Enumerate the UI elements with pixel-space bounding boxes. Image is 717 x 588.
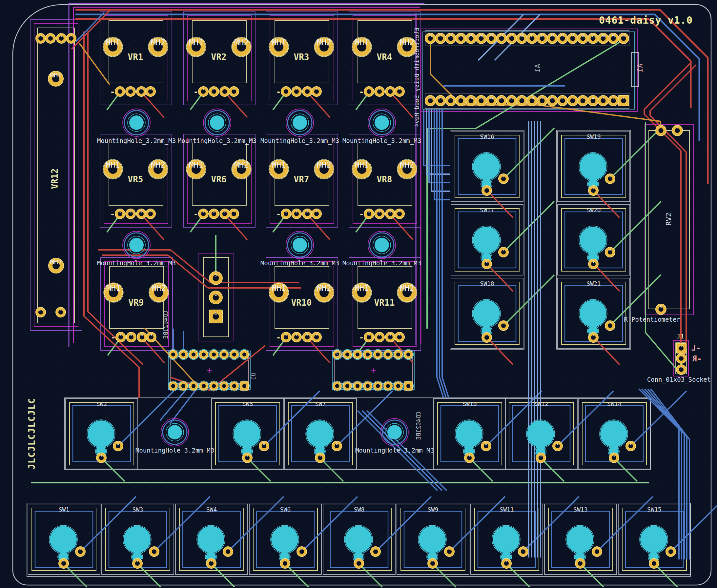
pad[interactable]: 4 (395, 332, 404, 342)
pad[interactable] (178, 381, 189, 391)
pad[interactable]: 30 (516, 33, 527, 44)
pad[interactable]: 1 (242, 453, 252, 463)
fp-SW10-pads[interactable]: 12SW10 (455, 400, 491, 463)
fp-SW8-pads[interactable]: 12SW8 (344, 506, 380, 568)
pad[interactable]: 1 (115, 209, 125, 219)
fp-SW16-pads[interactable]: 12SW16 (472, 133, 508, 195)
pad[interactable]: 1 (364, 87, 374, 97)
pad[interactable]: 3 (136, 209, 146, 219)
pad[interactable] (178, 350, 189, 360)
pad[interactable]: 16 (466, 96, 476, 106)
fp-SW2-pads[interactable]: 12SW2 (87, 400, 123, 463)
pad[interactable] (209, 381, 219, 391)
pad[interactable] (353, 350, 363, 360)
pad[interactable]: 1 (59, 559, 68, 568)
pad[interactable]: 4 (395, 209, 404, 219)
pad[interactable]: L1 (36, 34, 46, 43)
pad[interactable]: 2 (553, 441, 563, 451)
pad[interactable]: L2 (46, 34, 56, 43)
pad[interactable]: 2 (297, 547, 307, 556)
pad[interactable]: 4 (146, 87, 155, 97)
pad[interactable]: 1 (132, 559, 142, 568)
fp-VR1-pads[interactable]: MH1MH2VR11234- (103, 37, 168, 97)
pad[interactable] (383, 350, 393, 360)
pad[interactable]: 1 (676, 343, 686, 353)
pad[interactable]: 1 (464, 453, 474, 463)
pad[interactable]: 1 (656, 125, 666, 136)
pad[interactable]: L3 (36, 307, 46, 317)
pad[interactable]: 4 (146, 332, 156, 342)
pad[interactable]: 3 (385, 209, 395, 219)
pad[interactable]: 15 (476, 96, 486, 106)
pad[interactable]: 2 (259, 441, 269, 451)
pad[interactable]: 1 (588, 333, 598, 342)
pad[interactable]: 2 (76, 547, 85, 556)
pad[interactable]: 2 (676, 354, 686, 363)
pad[interactable]: 2 (608, 96, 618, 106)
pad[interactable]: 2 (292, 209, 301, 219)
pad[interactable]: 18 (445, 96, 456, 106)
pad[interactable]: 2 (375, 87, 384, 97)
fp-SW7-pads[interactable]: 12SW7 (306, 400, 342, 463)
pad[interactable]: 1 (364, 209, 374, 219)
pad[interactable] (229, 350, 239, 360)
pad[interactable]: 3 (302, 209, 312, 219)
pad[interactable]: 2 (113, 441, 123, 451)
pad[interactable]: 2 (672, 125, 682, 136)
pad[interactable]: 1 (428, 559, 438, 568)
pad[interactable]: 2 (149, 547, 159, 556)
fp-SW4-pads[interactable]: 12SW4 (197, 506, 233, 568)
pad[interactable]: 1 (198, 87, 208, 97)
pad[interactable]: 8 (547, 96, 557, 106)
pad[interactable]: 1 (206, 559, 216, 568)
trace[interactable] (671, 497, 717, 552)
pad[interactable]: 11 (516, 96, 527, 106)
fp-VR2-pads[interactable]: MH1MH2VR21234- (186, 37, 251, 97)
pad[interactable] (219, 381, 229, 391)
pad[interactable]: 5 (577, 96, 588, 106)
pad[interactable]: 1 (502, 559, 511, 568)
pad[interactable]: 17 (456, 96, 466, 106)
fp-conn3-pads[interactable]: 321 (209, 272, 223, 323)
pad[interactable]: 3 (598, 96, 608, 106)
pad[interactable]: 12 (506, 96, 517, 106)
pad[interactable] (219, 350, 229, 360)
pad[interactable]: 2 (444, 547, 454, 556)
pad[interactable] (342, 381, 353, 391)
pad[interactable] (199, 381, 209, 391)
pad[interactable]: 1 (315, 453, 325, 463)
pad[interactable]: 2 (66, 34, 76, 43)
pad[interactable]: 32 (537, 33, 547, 44)
pad[interactable]: 35 (567, 33, 578, 44)
pad[interactable]: 23 (445, 33, 456, 44)
pad[interactable]: 21 (425, 33, 436, 44)
trace[interactable] (430, 40, 660, 129)
pad[interactable]: 3 (220, 209, 230, 219)
fp-VR4-pads[interactable]: MH1MH2VR41234- (352, 37, 417, 97)
trace[interactable] (118, 391, 174, 446)
pad[interactable]: 1 (588, 186, 598, 195)
pad[interactable]: 1 (364, 332, 374, 342)
fp-SW15-pads[interactable]: 12SW15 (639, 506, 676, 568)
pad[interactable]: 3 (220, 87, 230, 97)
pad[interactable]: 2 (223, 547, 233, 556)
pad[interactable]: 4 (395, 87, 404, 97)
pad[interactable]: 4 (229, 209, 239, 219)
pad[interactable]: 3 (209, 272, 223, 285)
pad[interactable]: 19 (435, 96, 446, 106)
pad[interactable]: 3 (136, 87, 146, 97)
fp-VR10-pads[interactable]: MH1MH2VR101234- (269, 283, 334, 342)
trace[interactable] (644, 62, 691, 346)
pad[interactable] (373, 381, 383, 391)
pad[interactable]: 27 (486, 33, 497, 44)
pad[interactable] (353, 381, 363, 391)
pad[interactable]: 1 (482, 186, 492, 195)
fp-VR6-pads[interactable]: MH1MH2VR61234- (186, 160, 251, 219)
pad[interactable] (199, 350, 209, 360)
pad[interactable]: 3 (302, 87, 312, 97)
trace[interactable] (610, 128, 661, 179)
pad[interactable]: 25 (466, 33, 476, 44)
fp-SW20-pads[interactable]: 12SW20 (579, 207, 615, 269)
pad[interactable] (229, 381, 239, 391)
pad[interactable]: 33 (547, 33, 557, 44)
